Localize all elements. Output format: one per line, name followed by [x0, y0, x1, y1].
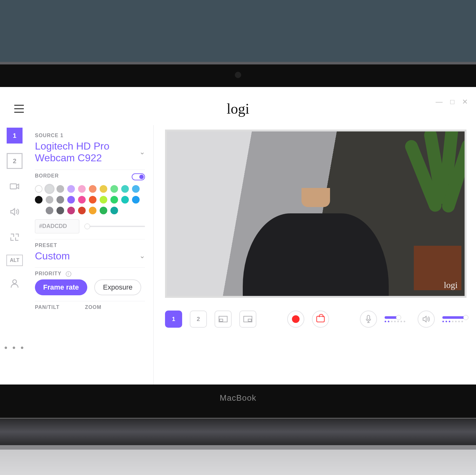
color-swatch[interactable] — [121, 196, 129, 204]
record-button[interactable] — [287, 311, 304, 328]
speaker-icon — [422, 316, 430, 323]
source-dropdown[interactable]: Logitech HD Pro Webcam C922 ⌄ — [35, 140, 145, 164]
bottom-bar: 1 2 — [165, 311, 468, 328]
rail-alt-button[interactable]: ALT — [6, 255, 23, 266]
color-swatch[interactable] — [78, 185, 86, 193]
record-icon — [292, 315, 300, 323]
macbook-label: MacBook — [0, 393, 476, 403]
speaker-level-slider[interactable] — [442, 316, 468, 322]
color-swatch[interactable] — [110, 207, 118, 214]
app-logo: logi — [227, 100, 249, 117]
settings-panel: SOURCE 1 Logitech HD Pro Webcam C922 ⌄ B… — [29, 125, 154, 385]
source-value: Logitech HD Pro Webcam C922 — [35, 140, 139, 164]
border-toggle[interactable] — [132, 173, 145, 180]
color-swatch[interactable] — [67, 185, 75, 193]
laptop-camera-notch — [235, 72, 241, 78]
snapshot-button[interactable] — [312, 311, 329, 328]
color-swatch[interactable] — [78, 196, 86, 204]
camera-icon — [316, 316, 325, 322]
priority-section: PRIORITY i Frame rate Exposure — [35, 268, 145, 301]
border-hex-input[interactable]: #DADCDD — [35, 219, 79, 233]
bottom-split-icon[interactable] — [239, 311, 256, 328]
color-swatch[interactable] — [56, 196, 64, 204]
rail-layout-icon[interactable] — [7, 229, 23, 245]
rail-more-button[interactable]: • • • — [4, 343, 25, 353]
window-close-button[interactable]: ✕ — [462, 98, 468, 106]
svg-rect-0 — [10, 184, 17, 189]
color-swatch[interactable] — [132, 196, 140, 204]
rail-source-2-button[interactable]: 2 — [7, 153, 23, 169]
app-window: logi — □ ✕ 1 2 ALT • • • — [0, 87, 476, 385]
preset-label: PRESET — [35, 243, 145, 248]
color-swatch[interactable] — [100, 196, 107, 204]
color-swatch[interactable] — [67, 207, 75, 214]
color-swatch[interactable] — [56, 185, 64, 193]
window-minimize-button[interactable]: — — [436, 98, 443, 106]
priority-exposure-button[interactable]: Exposure — [94, 279, 142, 295]
border-section: BORDER #DADCDD — [35, 170, 145, 239]
color-swatch[interactable] — [89, 185, 96, 193]
mic-level-slider[interactable] — [385, 316, 410, 322]
preview-watermark: logi — [444, 280, 458, 290]
mic-button[interactable] — [360, 311, 377, 328]
info-icon[interactable]: i — [66, 271, 71, 277]
border-swatches — [35, 185, 145, 214]
person-in-preview — [243, 130, 389, 298]
svg-rect-3 — [220, 319, 223, 321]
rail-camera-icon[interactable] — [7, 178, 23, 194]
priority-framerate-button[interactable]: Frame rate — [35, 279, 87, 295]
source-label: SOURCE 1 — [35, 133, 145, 138]
color-swatch[interactable] — [56, 207, 64, 214]
color-swatch[interactable] — [89, 196, 96, 204]
preset-value: Custom — [35, 250, 70, 262]
border-width-slider[interactable] — [85, 226, 145, 227]
color-swatch[interactable] — [110, 185, 118, 193]
rail-audio-icon[interactable] — [7, 204, 23, 220]
zoom-label: ZOOM — [85, 304, 102, 310]
bottom-pip-icon[interactable] — [215, 311, 232, 328]
color-swatch[interactable] — [100, 185, 107, 193]
priority-label: PRIORITY i — [35, 271, 145, 277]
plant-decoration — [392, 130, 466, 297]
left-rail: 1 2 ALT • • • — [0, 125, 29, 385]
color-swatch[interactable] — [35, 185, 43, 193]
color-swatch[interactable] — [46, 185, 53, 193]
color-swatch[interactable] — [100, 207, 107, 214]
svg-rect-6 — [367, 315, 370, 320]
preset-section: PRESET Custom ⌄ — [35, 239, 145, 268]
chevron-down-icon: ⌄ — [139, 252, 145, 260]
pantilt-section: PAN/TILT ZOOM — [35, 301, 145, 318]
titlebar: logi — □ ✕ — [0, 87, 476, 125]
pan-tilt-label: PAN/TILT — [35, 304, 60, 310]
color-swatch[interactable] — [46, 196, 53, 204]
bottom-source-1-button[interactable]: 1 — [165, 311, 182, 328]
bottom-source-2-button[interactable]: 2 — [190, 311, 207, 328]
preset-dropdown[interactable]: Custom ⌄ — [35, 250, 145, 262]
source-section: SOURCE 1 Logitech HD Pro Webcam C922 ⌄ — [35, 130, 145, 170]
chevron-down-icon: ⌄ — [139, 148, 145, 156]
preview-area: logi 1 2 — [154, 125, 476, 385]
border-label: BORDER — [35, 173, 59, 179]
menu-hamburger-icon[interactable] — [14, 105, 24, 113]
rail-source-1-button[interactable]: 1 — [7, 128, 23, 144]
speaker-button[interactable] — [418, 311, 435, 328]
svg-rect-5 — [248, 319, 251, 321]
microphone-icon — [366, 315, 371, 323]
color-swatch[interactable] — [132, 185, 140, 193]
rail-profile-icon[interactable] — [7, 276, 23, 291]
video-preview: logi — [165, 130, 466, 298]
color-swatch[interactable] — [35, 196, 43, 204]
color-swatch[interactable] — [67, 196, 75, 204]
svg-point-1 — [13, 280, 17, 284]
color-swatch[interactable] — [110, 196, 118, 204]
color-swatch[interactable] — [46, 207, 53, 214]
color-swatch[interactable] — [121, 185, 129, 193]
color-swatch[interactable] — [89, 207, 96, 214]
window-maximize-button[interactable]: □ — [450, 98, 454, 106]
color-swatch[interactable] — [78, 207, 86, 214]
